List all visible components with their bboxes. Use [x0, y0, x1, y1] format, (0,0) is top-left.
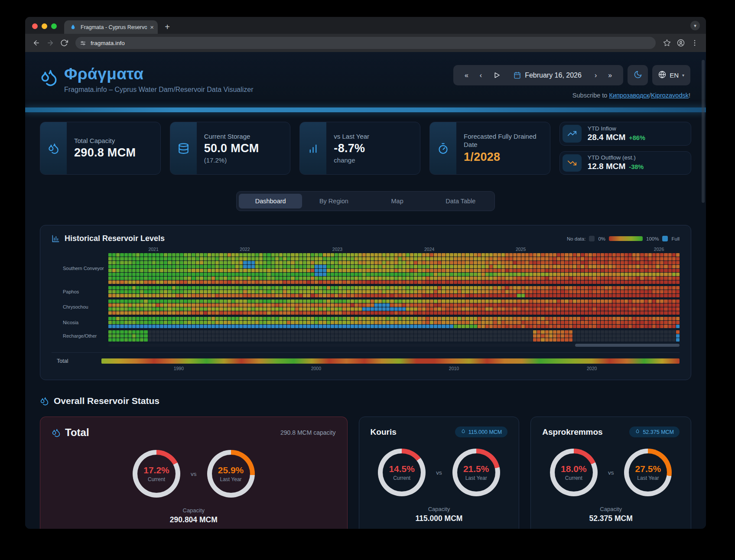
stats-row: Total Capacity290.8 MCMCurrent Storage50… — [25, 112, 706, 175]
window-controls — [32, 23, 57, 29]
gauge-label: Last Year — [635, 475, 661, 481]
total-row-label: Total — [52, 358, 101, 364]
reservoir-heatmap[interactable]: 202120222023202420252026 Southern Convey… — [52, 247, 680, 347]
tab-close-icon[interactable]: × — [150, 24, 154, 30]
stat-label: Forecasted Fully Drained Date — [464, 133, 543, 149]
zoom-window-button[interactable] — [51, 23, 57, 29]
stat-label: vs Last Year — [334, 133, 413, 141]
language-selector[interactable]: EN ▾ — [652, 65, 690, 85]
stat-card-vs-last-year: vs Last Year-8.7%change — [299, 122, 420, 175]
capacity-value: 290.804 MCM — [52, 515, 336, 524]
heatmap-grid — [108, 330, 680, 342]
heatmap-scrollbar — [108, 344, 680, 347]
site-header: Φράγματα Fragmata.info – Cyprus Water Da… — [25, 52, 706, 99]
address-bar[interactable]: fragmata.info — [75, 37, 656, 49]
previous-date-button[interactable]: ‹ — [475, 72, 486, 79]
forward-icon[interactable] — [43, 36, 57, 50]
reload-icon[interactable] — [57, 36, 71, 50]
stat-card-total-capacity: Total Capacity290.8 MCM — [40, 122, 161, 175]
site-settings-icon[interactable] — [78, 38, 88, 48]
gauge-label: Current — [389, 475, 415, 481]
gauge-value: 18.0% — [561, 464, 587, 474]
minimize-window-button[interactable] — [42, 23, 47, 29]
status-cards-row: Total290.8 MCM capacity17.2%Currentvs25.… — [40, 417, 691, 529]
capacity-badge: 52.375 MCM — [629, 427, 680, 437]
ytd-delta: -38% — [629, 163, 644, 170]
close-window-button[interactable] — [32, 23, 38, 29]
legend-gradient — [609, 236, 643, 241]
page-subtitle: Fragmata.info – Cyprus Water Dam/Reservo… — [64, 86, 254, 94]
capacity-label: Capacity — [542, 506, 680, 512]
last-date-button[interactable]: » — [604, 72, 616, 79]
new-tab-button[interactable]: + — [161, 21, 173, 33]
play-button[interactable] — [489, 72, 505, 79]
back-icon[interactable] — [29, 36, 43, 50]
capacity-badge: 115.000 MCM — [455, 427, 508, 437]
gauge-current: 17.2%Current — [133, 450, 180, 498]
gauge-value: 14.5% — [389, 464, 415, 474]
page-content: Φράγματα Fragmata.info – Cyprus Water Da… — [25, 52, 706, 529]
subscribe-link-en[interactable]: Kiprozavodsk — [651, 92, 689, 99]
stat-value: 290.8 MCM — [74, 146, 153, 160]
stat-sub: (17.2%) — [204, 156, 283, 164]
heatmap-group-paphos: Paphos — [52, 286, 680, 297]
brand: Φράγματα Fragmata.info – Cyprus Water Da… — [40, 65, 254, 99]
tab-by-region[interactable]: By Region — [302, 194, 365, 208]
heatmap-group-recharge-other: Recharge/Other — [52, 330, 680, 342]
profile-avatar-icon[interactable] — [674, 36, 688, 50]
date-label: February 16, 2026 — [525, 72, 582, 79]
droplet-icon — [635, 429, 640, 435]
browser-tab[interactable]: Fragmata - Cyprus Reservoir × — [64, 20, 158, 34]
stat-value: 1/2028 — [464, 150, 543, 164]
gauge-label: Last Year — [218, 476, 244, 482]
tab-data-table[interactable]: Data Table — [429, 194, 492, 208]
date-navigator: « ‹ February 16, 2026 › — [453, 65, 623, 85]
page-title: Φράγματα — [64, 65, 254, 84]
ytd-card-down: YTD Outflow (est.)12.8 MCM-38% — [559, 151, 691, 175]
capacity-label: Capacity — [371, 506, 508, 512]
legend-no-data-label: No data: — [567, 236, 585, 241]
heatmap-row-label: Southern Conveyor — [52, 253, 108, 284]
legend-hundred-label: 100% — [646, 236, 659, 241]
ytd-value: 12.8 MCM-38% — [588, 162, 644, 171]
gauge-label: Last Year — [463, 475, 489, 481]
stat-label: Total Capacity — [74, 137, 153, 145]
gauge-value: 25.9% — [218, 465, 244, 475]
heatmap-scrollbar-thumb[interactable] — [575, 344, 680, 347]
reservoir-name: Kouris — [371, 427, 397, 437]
panel-title: Historical Reservoir Levels — [52, 234, 165, 243]
theme-toggle-button[interactable] — [628, 65, 648, 85]
vs-label: vs — [191, 471, 197, 477]
tab-search-chevron-icon[interactable]: ▾ — [690, 21, 700, 30]
heatmap-grid — [108, 317, 680, 328]
ytd-delta: +86% — [629, 134, 645, 141]
gauge-value: 21.5% — [463, 464, 489, 474]
logo-droplets-icon — [40, 68, 58, 99]
stat-sub: change — [334, 156, 413, 164]
panel-divider — [52, 352, 680, 353]
total-history-strip[interactable] — [101, 358, 680, 364]
subscribe-link-ru[interactable]: Кипрозаводск — [609, 92, 649, 99]
page-scrollbar[interactable] — [702, 60, 705, 203]
date-picker[interactable]: February 16, 2026 — [514, 72, 582, 79]
browser-tab-strip: Fragmata - Cyprus Reservoir × + ▾ — [25, 17, 706, 34]
chevron-down-icon: ▾ — [682, 73, 684, 78]
capacity-value: 115.000 MCM — [371, 514, 508, 523]
total-year-label: 2000 — [311, 366, 321, 371]
stat-label: Current Storage — [204, 133, 283, 141]
tab-dashboard[interactable]: Dashboard — [239, 194, 302, 208]
first-date-button[interactable]: « — [460, 72, 473, 79]
view-tabs: DashboardBy RegionMapData Table — [236, 191, 495, 211]
gauge-last-year: 25.9%Last Year — [207, 450, 255, 498]
bookmark-star-icon[interactable] — [660, 36, 674, 50]
gauge-current: 14.5%Current — [378, 449, 426, 496]
timer-icon — [430, 122, 456, 174]
capacity-label: Capacity — [52, 507, 336, 514]
header-controls: « ‹ February 16, 2026 › — [453, 65, 690, 99]
vs-label: vs — [436, 469, 442, 476]
heatmap-group-chrysochou: Chrysochou — [52, 300, 680, 315]
ytd-value: 28.4 MCM+86% — [588, 133, 645, 142]
menu-kebab-icon[interactable] — [688, 36, 702, 50]
tab-map[interactable]: Map — [366, 194, 429, 208]
next-date-button[interactable]: › — [590, 72, 601, 79]
